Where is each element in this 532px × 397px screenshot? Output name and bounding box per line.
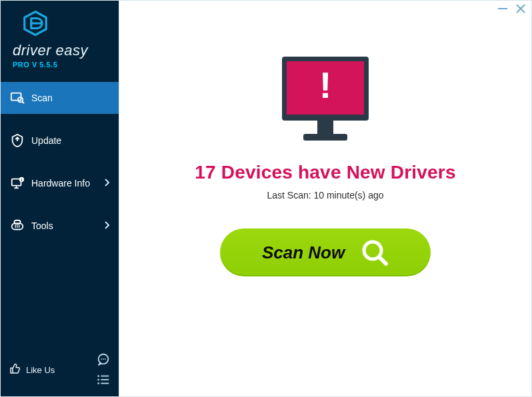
logo-icon: [13, 10, 49, 42]
scan-now-button[interactable]: Scan Now: [220, 228, 431, 276]
nav-label-update: Update: [31, 135, 109, 146]
minimize-button[interactable]: [497, 3, 508, 16]
status-headline: 17 Devices have New Drivers: [195, 162, 455, 183]
chevron-right-icon: [104, 220, 109, 231]
nav-label-tools: Tools: [31, 220, 104, 231]
nav-item-tools[interactable]: Tools: [1, 210, 119, 242]
svg-point-18: [101, 358, 102, 360]
nav-item-update[interactable]: Update: [1, 125, 119, 157]
thumbs-up-icon: [9, 363, 21, 377]
brand-name: driver easy: [13, 42, 88, 59]
svg-line-6: [22, 102, 24, 104]
monitor-alert-icon: !: [275, 53, 375, 149]
nav-label-scan: Scan: [31, 93, 109, 103]
svg-rect-4: [11, 93, 21, 101]
svg-point-25: [97, 382, 99, 384]
scan-icon: [10, 91, 25, 105]
svg-rect-13: [14, 220, 20, 224]
svg-rect-31: [303, 134, 347, 141]
last-scan-text: Last Scan: 10 minute(s) ago: [267, 190, 383, 200]
nav: Scan Update: [1, 82, 119, 346]
feedback-icon[interactable]: [96, 352, 111, 367]
update-icon: [10, 133, 25, 148]
tools-icon: [10, 218, 25, 233]
main-content: ! 17 Devices have New Drivers Last Scan:…: [119, 0, 532, 397]
svg-point-19: [103, 358, 104, 360]
svg-line-33: [379, 257, 386, 264]
nav-label-hardware: Hardware Info: [31, 178, 104, 189]
magnifier-icon: [361, 238, 389, 266]
brand-block: driver easy PRO V 5.5.5: [1, 1, 119, 75]
svg-rect-30: [317, 121, 333, 134]
close-button[interactable]: [516, 3, 525, 15]
hardware-icon: i: [10, 176, 25, 191]
svg-point-23: [97, 379, 99, 381]
like-us-button[interactable]: Like Us: [9, 363, 55, 377]
sidebar: driver easy PRO V 5.5.5 Scan: [0, 0, 119, 397]
svg-text:!: !: [319, 64, 332, 106]
menu-icon[interactable]: [96, 372, 111, 387]
chevron-right-icon: [104, 178, 109, 189]
nav-item-scan[interactable]: Scan: [1, 82, 119, 114]
svg-point-20: [105, 358, 106, 360]
svg-point-21: [97, 375, 99, 377]
nav-item-hardware[interactable]: i Hardware Info: [1, 167, 119, 199]
scan-now-label: Scan Now: [262, 242, 345, 263]
like-us-label: Like Us: [26, 365, 55, 375]
brand-version: PRO V 5.5.5: [13, 61, 57, 69]
